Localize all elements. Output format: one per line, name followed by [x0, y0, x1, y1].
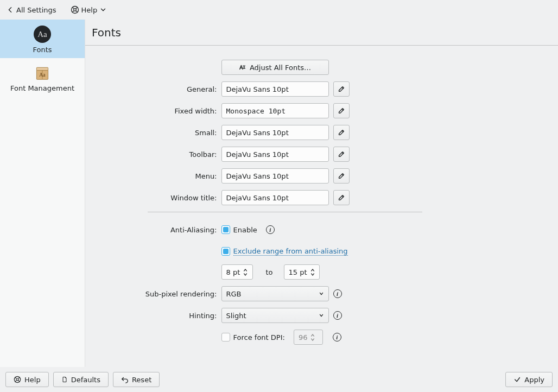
- checkbox-box: [221, 247, 230, 256]
- svg-line-15: [341, 131, 343, 132]
- label-menu: Menu:: [195, 172, 217, 180]
- help-ring-icon: [14, 376, 21, 383]
- label-toolbar: Toolbar:: [189, 150, 217, 159]
- label-hinting: Hinting:: [189, 312, 217, 320]
- svg-line-18: [341, 196, 343, 197]
- exclude-range-from-value: 8 pt: [226, 268, 240, 276]
- pencil-icon: [338, 150, 345, 158]
- undo-icon: [121, 376, 129, 383]
- info-icon[interactable]: [333, 333, 341, 342]
- pencil-icon: [338, 85, 345, 93]
- sidebar-item-font-management[interactable]: Aa Font Management: [0, 58, 85, 97]
- label-general: General:: [187, 85, 217, 93]
- checkmark-icon: [513, 376, 521, 383]
- enable-antialias-label: Enable: [233, 226, 257, 234]
- svg-line-2: [72, 7, 74, 9]
- svg-point-1: [73, 9, 76, 11]
- help-ring-icon: [71, 5, 79, 14]
- force-dpi-label: Force font DPI:: [233, 333, 285, 342]
- spin-arrows: [310, 268, 315, 276]
- help-menu-button[interactable]: Help: [66, 3, 112, 16]
- pencil-icon: [338, 194, 345, 201]
- edit-small-font-button[interactable]: [333, 125, 350, 140]
- help-menu-label: Help: [81, 6, 98, 14]
- reset-button[interactable]: Reset: [113, 372, 160, 387]
- svg-line-22: [18, 377, 20, 378]
- svg-text:Aa: Aa: [37, 30, 47, 39]
- pencil-icon: [338, 107, 345, 115]
- adjust-all-fonts-button[interactable]: Adjust All Fonts…: [221, 60, 329, 75]
- exclude-range-to-spinbox[interactable]: 15 pt: [284, 264, 320, 280]
- defaults-button-label: Defaults: [71, 376, 100, 384]
- enable-antialias-checkbox[interactable]: Enable: [221, 225, 257, 234]
- label-small: Small:: [195, 129, 217, 137]
- subpixel-value: RGB: [226, 290, 242, 298]
- label-antialias: Anti-Aliasing:: [170, 226, 217, 234]
- toolbar-font-field[interactable]: DejaVu Sans 10pt: [221, 147, 329, 162]
- document-icon: [61, 376, 68, 383]
- apply-button-label: Apply: [524, 376, 544, 384]
- exclude-range-from-spinbox[interactable]: 8 pt: [221, 264, 253, 280]
- pencil-icon: [338, 172, 345, 180]
- svg-line-5: [76, 11, 78, 12]
- page-title: Fonts: [85, 20, 558, 46]
- reset-button-label: Reset: [132, 376, 151, 384]
- defaults-button[interactable]: Defaults: [53, 372, 109, 387]
- svg-rect-9: [36, 67, 48, 70]
- chevron-down-icon: [99, 6, 107, 14]
- pencil-icon: [338, 129, 345, 136]
- fonts-icon: Aa: [33, 25, 52, 43]
- edit-toolbar-font-button[interactable]: [333, 147, 350, 162]
- subpixel-select[interactable]: RGB: [221, 286, 329, 301]
- sidebar-item-fonts[interactable]: Aa Fonts: [0, 20, 85, 58]
- svg-line-14: [341, 109, 343, 110]
- label-fixed-width: Fixed width:: [174, 107, 217, 115]
- label-subpixel: Sub-pixel rendering:: [145, 290, 217, 298]
- hinting-select[interactable]: Slight: [221, 308, 329, 323]
- edit-fixed-width-font-button[interactable]: [333, 103, 350, 118]
- chevron-left-icon: [7, 6, 14, 14]
- all-settings-label: All Settings: [16, 6, 56, 14]
- force-dpi-value: 96: [299, 333, 308, 342]
- menu-font-field[interactable]: DejaVu Sans 10pt: [221, 168, 329, 184]
- sidebar-item-label: Fonts: [33, 46, 52, 54]
- sidebar-item-label: Font Management: [10, 84, 74, 92]
- spin-arrows: [243, 268, 248, 276]
- svg-line-23: [15, 381, 16, 382]
- help-button[interactable]: Help: [5, 372, 49, 387]
- sidebar: Aa Fonts Aa Font Management: [0, 20, 85, 367]
- window-title-font-field[interactable]: DejaVu Sans 10pt: [221, 190, 329, 205]
- spin-arrows: [310, 333, 315, 342]
- all-settings-button[interactable]: All Settings: [2, 4, 61, 16]
- adjust-all-fonts-label: Adjust All Fonts…: [250, 64, 311, 72]
- chevron-down-icon: [319, 313, 324, 318]
- force-dpi-checkbox[interactable]: Force font DPI:: [221, 333, 285, 342]
- svg-line-21: [15, 377, 16, 378]
- range-to-word: to: [266, 268, 273, 276]
- exclude-range-checkbox[interactable]: Exclude range from anti-aliasing: [221, 247, 348, 256]
- svg-text:Aa: Aa: [39, 72, 46, 78]
- svg-line-4: [72, 11, 74, 12]
- font-size-icon: [239, 64, 246, 71]
- edit-menu-font-button[interactable]: [333, 168, 350, 184]
- fixed-width-font-field[interactable]: Monospace 10pt: [221, 103, 329, 118]
- info-icon[interactable]: [333, 311, 342, 320]
- small-font-field[interactable]: DejaVu Sans 10pt: [221, 125, 329, 140]
- svg-line-17: [341, 174, 343, 175]
- edit-general-font-button[interactable]: [333, 81, 350, 97]
- hinting-value: Slight: [226, 312, 246, 320]
- label-window-title: Window title:: [170, 194, 217, 202]
- font-management-icon: Aa: [33, 64, 52, 82]
- chevron-down-icon: [319, 291, 324, 296]
- info-icon[interactable]: [333, 289, 342, 298]
- edit-window-title-font-button[interactable]: [333, 190, 350, 205]
- general-font-field[interactable]: DejaVu Sans 10pt: [221, 81, 329, 97]
- section-divider: [148, 212, 422, 212]
- info-icon[interactable]: [266, 225, 275, 234]
- svg-point-20: [16, 378, 18, 381]
- checkbox-box: [221, 333, 230, 342]
- svg-line-24: [18, 381, 20, 382]
- help-button-label: Help: [24, 376, 41, 384]
- checkbox-box: [221, 225, 230, 234]
- apply-button[interactable]: Apply: [505, 372, 553, 387]
